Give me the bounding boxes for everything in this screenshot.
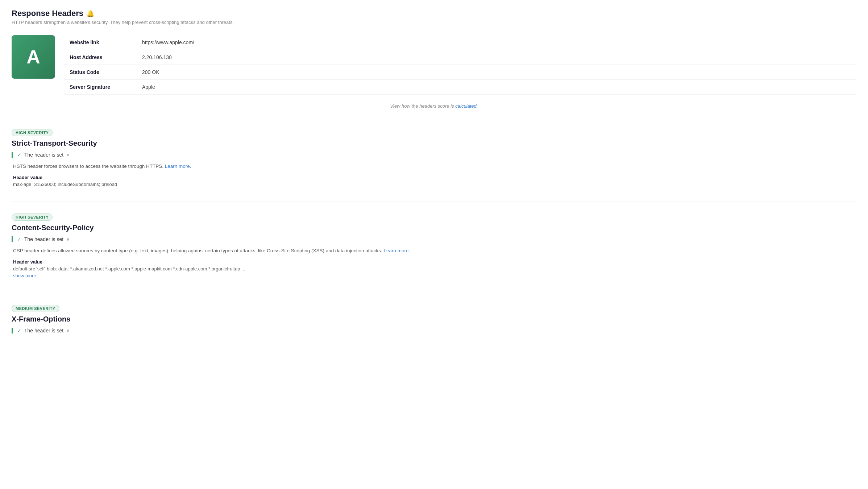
header-status-text-csp: The header is set <box>24 236 63 242</box>
page-subtitle: HTTP headers strengthen a website's secu… <box>12 20 856 25</box>
header-status-row-csp[interactable]: ✓ The header is set ∨ <box>12 236 856 242</box>
header-status-text-xfo: The header is set <box>24 328 63 333</box>
header-title-sts: Strict-Transport-Security <box>12 139 856 148</box>
page-title-text: Response Headers <box>12 9 83 18</box>
site-info-table: Website link https://www.apple.com/ Host… <box>64 35 856 95</box>
header-title-xfo: X-Frame-Options <box>12 315 856 323</box>
info-row-host: Host Address 2.20.106.130 <box>64 50 856 65</box>
info-value-host: 2.20.106.130 <box>136 50 856 65</box>
header-section-csp: HIGH SEVERITY Content-Security-Policy ✓ … <box>12 205 856 290</box>
show-more-link-csp[interactable]: show more <box>13 273 856 278</box>
severity-badge-csp: HIGH SEVERITY <box>12 214 53 221</box>
score-note: View how the headers score is calculated… <box>12 103 856 109</box>
info-value-status: 200 OK <box>136 65 856 80</box>
chevron-icon-xfo: ∨ <box>66 328 70 333</box>
check-icon-csp: ✓ <box>17 236 21 242</box>
divider-1 <box>12 202 856 202</box>
score-note-text: View how the headers score is <box>390 103 456 109</box>
header-value-label-sts: Header value <box>13 175 856 180</box>
header-title-csp: Content-Security-Policy <box>12 224 856 232</box>
chevron-icon-sts: ∨ <box>66 152 70 157</box>
severity-badge-sts: HIGH SEVERITY <box>12 129 53 136</box>
bell-icon: 🔔 <box>86 9 94 17</box>
score-calculated-link[interactable]: calculated. <box>455 103 478 109</box>
header-value-text-csp: default-src 'self' blob: data: *.akamaiz… <box>13 266 856 272</box>
learn-more-link-csp[interactable]: Learn more. <box>384 248 410 253</box>
check-icon-sts: ✓ <box>17 152 21 158</box>
header-status-row-sts[interactable]: ✓ The header is set ∨ <box>12 152 856 158</box>
header-section-sts: HIGH SEVERITY Strict-Transport-Security … <box>12 120 856 199</box>
info-row-server: Server Signature Apple <box>64 80 856 95</box>
header-description-sts: HSTS header forces browsers to access th… <box>12 163 856 169</box>
info-value-website: https://www.apple.com/ <box>136 35 856 50</box>
header-value-section-sts: Header value max-age=31536000; includeSu… <box>12 175 856 187</box>
check-icon-xfo: ✓ <box>17 328 21 333</box>
site-info-section: A Website link https://www.apple.com/ Ho… <box>12 35 856 95</box>
info-label-website: Website link <box>64 35 136 50</box>
info-label-host: Host Address <box>64 50 136 65</box>
learn-more-link-sts[interactable]: Learn more. <box>165 163 191 169</box>
header-description-csp: CSP header defines allowed sources by co… <box>12 248 856 253</box>
header-value-text-sts: max-age=31536000; includeSubdomains; pre… <box>13 182 856 187</box>
header-status-text-sts: The header is set <box>24 152 63 158</box>
header-value-section-csp: Header value default-src 'self' blob: da… <box>12 259 856 278</box>
header-value-label-csp: Header value <box>13 259 856 265</box>
info-value-server: Apple <box>136 80 856 95</box>
header-status-row-xfo[interactable]: ✓ The header is set ∨ <box>12 328 856 333</box>
divider-2 <box>12 293 856 293</box>
chevron-icon-csp: ∨ <box>66 237 70 242</box>
site-avatar: A <box>12 35 55 79</box>
info-label-status: Status Code <box>64 65 136 80</box>
info-label-server: Server Signature <box>64 80 136 95</box>
severity-badge-xfo: MEDIUM SEVERITY <box>12 305 59 312</box>
header-section-xfo: MEDIUM SEVERITY X-Frame-Options ✓ The he… <box>12 296 856 342</box>
info-row-status: Status Code 200 OK <box>64 65 856 80</box>
page-header: Response Headers 🔔 HTTP headers strength… <box>12 9 856 25</box>
info-row-website: Website link https://www.apple.com/ <box>64 35 856 50</box>
